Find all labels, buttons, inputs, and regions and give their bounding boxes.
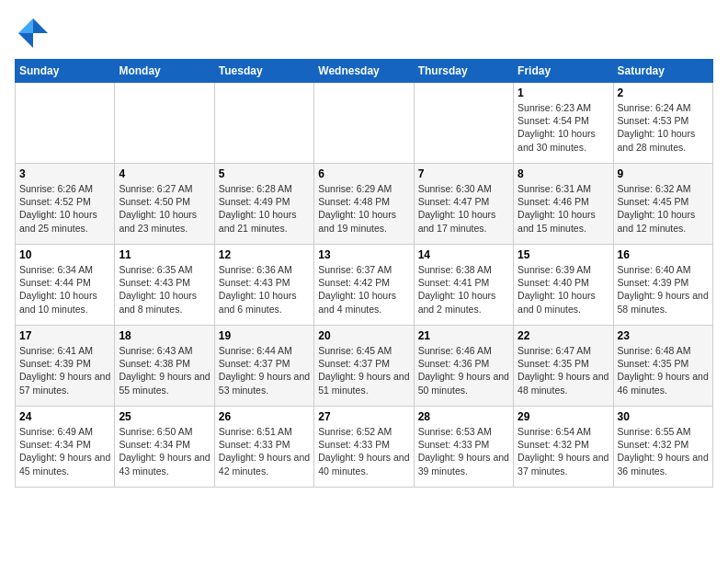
weekday-header: Monday — [115, 60, 214, 83]
day-number: 2 — [618, 86, 709, 99]
calendar-week-row: 17Sunrise: 6:41 AM Sunset: 4:39 PM Dayli… — [16, 326, 713, 407]
day-info: Sunrise: 6:54 AM Sunset: 4:32 PM Dayligh… — [518, 425, 609, 477]
day-number: 18 — [119, 329, 210, 342]
day-number: 6 — [318, 167, 409, 180]
day-info: Sunrise: 6:29 AM Sunset: 4:48 PM Dayligh… — [318, 182, 409, 235]
logo — [15, 15, 51, 48]
day-number: 5 — [219, 167, 310, 180]
day-info: Sunrise: 6:44 AM Sunset: 4:37 PM Dayligh… — [219, 344, 310, 396]
calendar-day-cell: 17Sunrise: 6:41 AM Sunset: 4:39 PM Dayli… — [16, 326, 115, 407]
calendar-day-cell: 22Sunrise: 6:47 AM Sunset: 4:35 PM Dayli… — [514, 326, 613, 407]
day-number: 29 — [518, 410, 609, 423]
day-number: 23 — [618, 329, 709, 342]
calendar-day-cell: 9Sunrise: 6:32 AM Sunset: 4:45 PM Daylig… — [613, 164, 712, 245]
day-info: Sunrise: 6:49 AM Sunset: 4:34 PM Dayligh… — [19, 425, 110, 477]
logo-icon — [15, 15, 48, 48]
day-info: Sunrise: 6:38 AM Sunset: 4:41 PM Dayligh… — [418, 263, 509, 316]
calendar-week-row: 24Sunrise: 6:49 AM Sunset: 4:34 PM Dayli… — [16, 407, 713, 488]
day-number: 17 — [19, 329, 110, 342]
calendar-day-cell: 7Sunrise: 6:30 AM Sunset: 4:47 PM Daylig… — [414, 164, 513, 245]
day-number: 10 — [19, 248, 110, 261]
calendar-day-cell: 16Sunrise: 6:40 AM Sunset: 4:39 PM Dayli… — [613, 245, 712, 326]
weekday-header: Friday — [514, 60, 613, 83]
calendar-body: 1Sunrise: 6:23 AM Sunset: 4:54 PM Daylig… — [16, 83, 713, 488]
calendar-day-cell: 20Sunrise: 6:45 AM Sunset: 4:37 PM Dayli… — [314, 326, 414, 407]
day-number: 1 — [518, 86, 609, 99]
day-number: 16 — [618, 248, 709, 261]
weekday-header: Thursday — [414, 60, 513, 83]
calendar-week-row: 1Sunrise: 6:23 AM Sunset: 4:54 PM Daylig… — [16, 83, 713, 164]
calendar-day-cell: 23Sunrise: 6:48 AM Sunset: 4:35 PM Dayli… — [613, 326, 712, 407]
day-info: Sunrise: 6:26 AM Sunset: 4:52 PM Dayligh… — [19, 182, 110, 235]
calendar-day-cell: 27Sunrise: 6:52 AM Sunset: 4:33 PM Dayli… — [314, 407, 414, 488]
calendar-day-cell: 11Sunrise: 6:35 AM Sunset: 4:43 PM Dayli… — [115, 245, 214, 326]
day-number: 8 — [518, 167, 609, 180]
calendar-day-cell: 1Sunrise: 6:23 AM Sunset: 4:54 PM Daylig… — [514, 83, 613, 164]
calendar-day-cell: 12Sunrise: 6:36 AM Sunset: 4:43 PM Dayli… — [214, 245, 313, 326]
day-number: 19 — [219, 329, 310, 342]
calendar-day-cell: 30Sunrise: 6:55 AM Sunset: 4:32 PM Dayli… — [613, 407, 712, 488]
day-info: Sunrise: 6:40 AM Sunset: 4:39 PM Dayligh… — [618, 263, 709, 316]
calendar-day-cell: 14Sunrise: 6:38 AM Sunset: 4:41 PM Dayli… — [414, 245, 513, 326]
day-number: 15 — [518, 248, 609, 261]
calendar-day-cell: 5Sunrise: 6:28 AM Sunset: 4:49 PM Daylig… — [214, 164, 313, 245]
day-info: Sunrise: 6:55 AM Sunset: 4:32 PM Dayligh… — [618, 425, 709, 477]
weekday-row: SundayMondayTuesdayWednesdayThursdayFrid… — [16, 60, 713, 83]
day-number: 3 — [19, 167, 110, 180]
calendar-table: SundayMondayTuesdayWednesdayThursdayFrid… — [15, 59, 713, 488]
day-number: 9 — [618, 167, 709, 180]
svg-marker-0 — [33, 18, 48, 33]
day-info: Sunrise: 6:27 AM Sunset: 4:50 PM Dayligh… — [119, 182, 210, 235]
calendar-day-cell — [16, 83, 115, 164]
calendar-day-cell: 24Sunrise: 6:49 AM Sunset: 4:34 PM Dayli… — [16, 407, 115, 488]
weekday-header: Sunday — [16, 60, 115, 83]
day-info: Sunrise: 6:37 AM Sunset: 4:42 PM Dayligh… — [318, 263, 409, 316]
day-info: Sunrise: 6:34 AM Sunset: 4:44 PM Dayligh… — [19, 263, 110, 316]
day-info: Sunrise: 6:23 AM Sunset: 4:54 PM Dayligh… — [518, 101, 609, 154]
calendar-day-cell: 18Sunrise: 6:43 AM Sunset: 4:38 PM Dayli… — [115, 326, 214, 407]
calendar-day-cell: 2Sunrise: 6:24 AM Sunset: 4:53 PM Daylig… — [613, 83, 712, 164]
day-number: 21 — [418, 329, 509, 342]
day-number: 27 — [318, 410, 409, 423]
day-info: Sunrise: 6:48 AM Sunset: 4:35 PM Dayligh… — [618, 344, 709, 396]
day-number: 4 — [119, 167, 210, 180]
calendar-day-cell — [115, 83, 214, 164]
day-info: Sunrise: 6:24 AM Sunset: 4:53 PM Dayligh… — [618, 101, 709, 154]
calendar-day-cell — [414, 83, 513, 164]
calendar-day-cell: 15Sunrise: 6:39 AM Sunset: 4:40 PM Dayli… — [514, 245, 613, 326]
day-info: Sunrise: 6:35 AM Sunset: 4:43 PM Dayligh… — [119, 263, 210, 316]
calendar-day-cell: 13Sunrise: 6:37 AM Sunset: 4:42 PM Dayli… — [314, 245, 414, 326]
day-number: 14 — [418, 248, 509, 261]
day-info: Sunrise: 6:45 AM Sunset: 4:37 PM Dayligh… — [318, 344, 409, 396]
calendar-day-cell: 19Sunrise: 6:44 AM Sunset: 4:37 PM Dayli… — [214, 326, 313, 407]
day-info: Sunrise: 6:47 AM Sunset: 4:35 PM Dayligh… — [518, 344, 609, 396]
day-number: 30 — [618, 410, 709, 423]
calendar-header: SundayMondayTuesdayWednesdayThursdayFrid… — [16, 60, 713, 83]
day-number: 12 — [219, 248, 310, 261]
day-number: 11 — [119, 248, 210, 261]
day-number: 13 — [318, 248, 409, 261]
calendar-day-cell: 21Sunrise: 6:46 AM Sunset: 4:36 PM Dayli… — [414, 326, 513, 407]
day-info: Sunrise: 6:39 AM Sunset: 4:40 PM Dayligh… — [518, 263, 609, 316]
weekday-header: Saturday — [613, 60, 712, 83]
calendar-day-cell — [214, 83, 313, 164]
calendar-day-cell: 29Sunrise: 6:54 AM Sunset: 4:32 PM Dayli… — [514, 407, 613, 488]
day-number: 22 — [518, 329, 609, 342]
day-info: Sunrise: 6:50 AM Sunset: 4:34 PM Dayligh… — [119, 425, 210, 477]
day-info: Sunrise: 6:51 AM Sunset: 4:33 PM Dayligh… — [219, 425, 310, 477]
day-info: Sunrise: 6:36 AM Sunset: 4:43 PM Dayligh… — [219, 263, 310, 316]
weekday-header: Tuesday — [214, 60, 313, 83]
day-number: 26 — [219, 410, 310, 423]
day-info: Sunrise: 6:52 AM Sunset: 4:33 PM Dayligh… — [318, 425, 409, 477]
weekday-header: Wednesday — [314, 60, 414, 83]
calendar-day-cell: 8Sunrise: 6:31 AM Sunset: 4:46 PM Daylig… — [514, 164, 613, 245]
calendar-day-cell — [314, 83, 414, 164]
calendar-day-cell: 10Sunrise: 6:34 AM Sunset: 4:44 PM Dayli… — [16, 245, 115, 326]
calendar-day-cell: 3Sunrise: 6:26 AM Sunset: 4:52 PM Daylig… — [16, 164, 115, 245]
calendar-day-cell: 4Sunrise: 6:27 AM Sunset: 4:50 PM Daylig… — [115, 164, 214, 245]
svg-marker-2 — [18, 33, 33, 48]
calendar-day-cell: 6Sunrise: 6:29 AM Sunset: 4:48 PM Daylig… — [314, 164, 414, 245]
svg-marker-1 — [18, 18, 33, 33]
day-info: Sunrise: 6:31 AM Sunset: 4:46 PM Dayligh… — [518, 182, 609, 235]
day-number: 7 — [418, 167, 509, 180]
